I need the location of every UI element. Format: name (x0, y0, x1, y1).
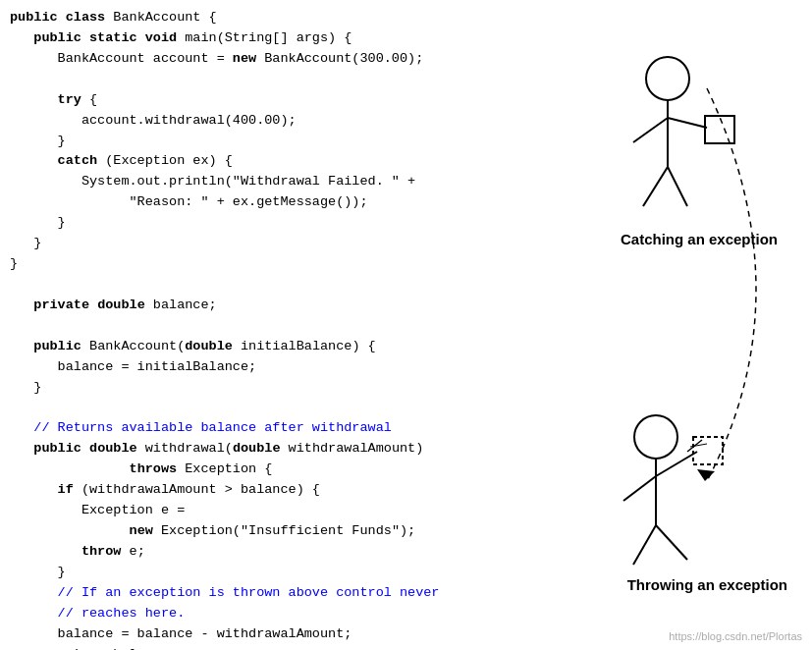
code-line: } (10, 563, 619, 583)
code-line (10, 316, 619, 337)
svg-line-12 (633, 525, 656, 565)
code-line: balance = balance - withdrawalAmount; (10, 624, 619, 645)
svg-line-4 (633, 118, 668, 142)
code-line: BankAccount account = new BankAccount(30… (10, 49, 619, 70)
code-line: // reaches here. (10, 604, 619, 624)
svg-point-8 (634, 415, 677, 459)
code-line: Exception e = (10, 501, 619, 521)
code-line: balance = initialBalance; (10, 357, 619, 378)
code-line: new Exception("Insufficient Funds"); (10, 521, 619, 542)
code-line: } (10, 254, 619, 275)
code-area: public class BankAccount { public static… (10, 8, 619, 650)
code-line: public class BankAccount { (10, 8, 619, 28)
code-line: } (10, 213, 619, 234)
main-container: public class BankAccount { public static… (0, 0, 812, 650)
code-line: public BankAccount(double initialBalance… (10, 337, 619, 357)
svg-rect-14 (693, 437, 723, 464)
code-line: throw e; (10, 542, 619, 563)
code-line (10, 70, 619, 90)
code-line: } (10, 234, 619, 254)
code-line: account.withdrawal(400.00); (10, 111, 619, 132)
svg-line-10 (656, 452, 697, 476)
code-line: throws Exception { (10, 460, 619, 480)
code-line: "Reason: " + ex.getMessage()); (10, 192, 619, 213)
svg-line-15 (687, 440, 702, 452)
svg-line-6 (668, 167, 687, 206)
code-line: try { (10, 90, 619, 111)
svg-line-11 (623, 476, 656, 501)
throwing-label: Throwing an exception (627, 576, 787, 593)
svg-line-13 (656, 525, 687, 560)
svg-point-1 (646, 57, 689, 100)
code-line: return balance; (10, 645, 619, 650)
code-line: System.out.println("Withdrawal Failed. "… (10, 172, 619, 192)
svg-marker-0 (697, 469, 715, 481)
svg-line-3 (668, 118, 707, 128)
catching-label: Catching an exception (621, 231, 778, 247)
code-line: catch (Exception ex) { (10, 151, 619, 172)
svg-line-16 (690, 444, 707, 447)
code-line (10, 399, 619, 419)
code-line: private double balance; (10, 296, 619, 316)
svg-line-5 (643, 167, 668, 206)
code-line: // If an exception is thrown above contr… (10, 583, 619, 604)
code-line: // Returns available balance after withd… (10, 418, 619, 439)
code-line: public double withdrawal(double withdraw… (10, 439, 619, 460)
code-line: } (10, 378, 619, 399)
watermark: https://blog.csdn.net/Plortas (669, 630, 802, 642)
svg-rect-7 (705, 116, 734, 143)
code-line: public static void main(String[] args) { (10, 28, 619, 49)
code-line: if (withdrawalAmount > balance) { (10, 480, 619, 501)
code-line: } (10, 132, 619, 152)
code-line (10, 275, 619, 296)
